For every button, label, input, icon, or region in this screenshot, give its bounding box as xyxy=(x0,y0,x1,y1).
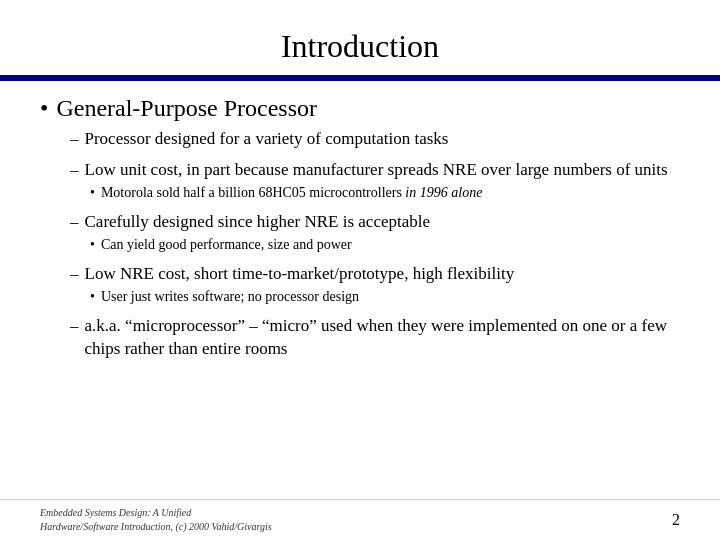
sub-bullet-3: • User just writes software; no processo… xyxy=(90,288,680,306)
dash-4: – xyxy=(70,263,79,286)
main-bullet-text: General-Purpose Processor xyxy=(56,95,317,122)
footer-left: Embedded Systems Design: A Unified Hardw… xyxy=(40,506,272,534)
dash-item-5-text: a.k.a. “microprocessor” – “micro” used w… xyxy=(85,315,681,361)
sub-bullet-3-text: User just writes software; no processor … xyxy=(101,288,359,306)
sub-bullet-1-dot: • xyxy=(90,184,95,202)
dash-2: – xyxy=(70,159,79,182)
dash-item-4: – Low NRE cost, short time-to-market/pro… xyxy=(70,263,680,286)
sub-items: – Processor designed for a variety of co… xyxy=(70,128,680,367)
footer-line2: Hardware/Software Introduction, (c) 2000… xyxy=(40,520,272,534)
footer-line1: Embedded Systems Design: A Unified xyxy=(40,506,272,520)
group-item2: – Low unit cost, in part because manufac… xyxy=(70,159,680,205)
sub-bullet-1: • Motorola sold half a billion 68HC05 mi… xyxy=(90,184,680,202)
sub-bullet-2: • Can yield good performance, size and p… xyxy=(90,236,680,254)
page-number: 2 xyxy=(672,511,680,529)
slide: Introduction • General-Purpose Processor… xyxy=(0,0,720,540)
group-item5: – a.k.a. “microprocessor” – “micro” used… xyxy=(70,315,680,363)
dash-item-2-text: Low unit cost, in part because manufactu… xyxy=(85,159,668,182)
sub-bullet-1-italic: in 1996 alone xyxy=(405,185,482,200)
sub-bullet-1-text: Motorola sold half a billion 68HC05 micr… xyxy=(101,184,482,202)
sub-bullet-2-text: Can yield good performance, size and pow… xyxy=(101,236,352,254)
sub-bullet-3-dot: • xyxy=(90,288,95,306)
slide-title: Introduction xyxy=(40,28,680,65)
dash-5: – xyxy=(70,315,79,338)
main-bullet-dot: • xyxy=(40,95,48,122)
title-area: Introduction xyxy=(0,0,720,75)
content-area: • General-Purpose Processor – Processor … xyxy=(0,81,720,499)
group-item4: – Low NRE cost, short time-to-market/pro… xyxy=(70,263,680,309)
dash-item-2: – Low unit cost, in part because manufac… xyxy=(70,159,680,182)
footer: Embedded Systems Design: A Unified Hardw… xyxy=(0,499,720,540)
dash-item-3: – Carefully designed since higher NRE is… xyxy=(70,211,680,234)
dash-item-3-text: Carefully designed since higher NRE is a… xyxy=(85,211,431,234)
group-item1: – Processor designed for a variety of co… xyxy=(70,128,680,153)
dash-item-1-text: Processor designed for a variety of comp… xyxy=(85,128,449,151)
dash-1: – xyxy=(70,128,79,151)
sub-bullet-2-dot: • xyxy=(90,236,95,254)
dash-item-4-text: Low NRE cost, short time-to-market/proto… xyxy=(85,263,515,286)
dash-item-1: – Processor designed for a variety of co… xyxy=(70,128,680,151)
main-bullet: • General-Purpose Processor xyxy=(40,95,680,122)
dash-item-5: – a.k.a. “microprocessor” – “micro” used… xyxy=(70,315,680,361)
dash-3: – xyxy=(70,211,79,234)
group-item3: – Carefully designed since higher NRE is… xyxy=(70,211,680,257)
